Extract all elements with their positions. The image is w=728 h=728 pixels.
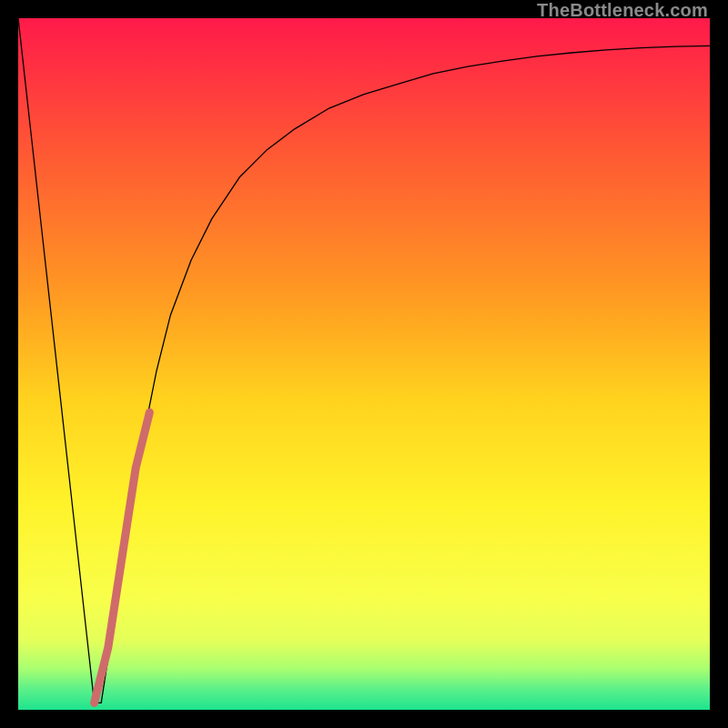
watermark-text: TheBottleneck.com: [537, 0, 708, 21]
curve-layer: [18, 18, 710, 710]
plot-area: [18, 18, 710, 710]
chart-frame: TheBottleneck.com: [0, 0, 728, 728]
